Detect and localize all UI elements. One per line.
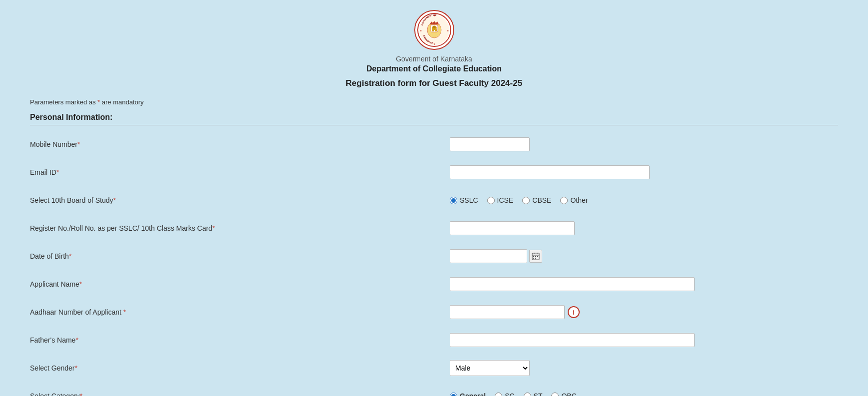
email-input[interactable] <box>450 165 650 179</box>
aadhaar-star: * <box>123 308 126 316</box>
email-row: Email ID* <box>30 163 838 181</box>
rollno-label: Register No./Roll No. as per SSLC/ 10th … <box>30 224 450 232</box>
category-sc-label[interactable]: SC <box>505 392 514 396</box>
category-general-option[interactable]: General <box>450 392 486 396</box>
category-st-radio[interactable] <box>524 393 531 396</box>
category-obc-option[interactable]: OBC <box>551 392 576 396</box>
svg-rect-25 <box>535 258 536 259</box>
category-row: Select Category* General SC ST OBC <box>30 387 838 396</box>
aadhaar-info-icon[interactable]: i <box>568 306 580 318</box>
board-sslc-radio[interactable] <box>450 197 457 204</box>
svg-rect-21 <box>533 256 534 257</box>
applicant-name-input[interactable] <box>450 277 695 291</box>
dept-name-text: Department of Collegiate Education <box>30 64 838 73</box>
board-sslc-option[interactable]: SSLC <box>450 196 478 204</box>
svg-rect-15 <box>436 29 437 31</box>
logo: ★ ★ ★ ★ GOVERMENT OF KARNATAKA <box>414 10 454 50</box>
category-star: * <box>80 392 82 396</box>
dob-input[interactable] <box>450 249 527 263</box>
category-general-radio[interactable] <box>450 393 457 396</box>
applicant-name-star: * <box>79 280 82 288</box>
father-name-row: Father's Name* <box>30 331 838 349</box>
board-star: * <box>113 196 116 204</box>
category-st-option[interactable]: ST <box>524 392 543 396</box>
dob-row: Date of Birth* <box>30 247 838 265</box>
board-cbse-label[interactable]: CBSE <box>532 196 551 204</box>
category-label: Select Category* <box>30 392 450 396</box>
board-radio-group: SSLC ICSE CBSE Other <box>450 196 588 204</box>
svg-point-16 <box>433 26 436 28</box>
svg-rect-14 <box>435 29 436 31</box>
mandatory-note: Parameters marked as * are mandatory <box>30 98 838 106</box>
gender-select[interactable]: Male Female Other <box>450 360 530 376</box>
rollno-star: * <box>212 224 215 232</box>
board-cbse-radio[interactable] <box>522 197 530 204</box>
rollno-input[interactable] <box>450 221 575 235</box>
svg-rect-23 <box>537 256 538 257</box>
father-name-input[interactable] <box>450 333 695 347</box>
aadhaar-input[interactable] <box>450 305 565 319</box>
board-row: Select 10th Board of Study* SSLC ICSE CB… <box>30 191 838 209</box>
board-other-radio[interactable] <box>560 197 568 204</box>
board-icse-label[interactable]: ICSE <box>497 196 514 204</box>
category-obc-radio[interactable] <box>551 393 559 396</box>
father-name-label: Father's Name* <box>30 336 450 344</box>
category-st-label[interactable]: ST <box>534 392 543 396</box>
personal-info-section-title: Personal Information: <box>30 113 838 125</box>
mobile-label: Mobile Number* <box>30 140 450 148</box>
gender-star: * <box>75 364 77 372</box>
gender-row: Select Gender* Male Female Other <box>30 359 838 377</box>
page-header: ★ ★ ★ ★ GOVERMENT OF KARNATAKA <box>30 10 838 88</box>
mobile-input[interactable] <box>450 137 530 151</box>
svg-rect-12 <box>432 29 433 31</box>
svg-rect-22 <box>535 256 536 257</box>
rollno-row: Register No./Roll No. as per SSLC/ 10th … <box>30 219 838 237</box>
applicant-name-row: Applicant Name* <box>30 275 838 293</box>
category-radio-group: General SC ST OBC <box>450 392 577 396</box>
mandatory-star: * <box>97 98 100 106</box>
svg-rect-13 <box>433 29 434 31</box>
board-icse-radio[interactable] <box>487 197 495 204</box>
board-other-label[interactable]: Other <box>570 196 588 204</box>
board-cbse-option[interactable]: CBSE <box>522 196 551 204</box>
category-sc-option[interactable]: SC <box>495 392 514 396</box>
email-star: * <box>56 168 59 176</box>
gender-label: Select Gender* <box>30 364 450 372</box>
mobile-row: Mobile Number* <box>30 135 838 153</box>
govt-name-text: Goverment of Karnataka <box>30 55 838 63</box>
category-general-label[interactable]: General <box>460 392 486 396</box>
father-name-star: * <box>75 336 78 344</box>
svg-rect-24 <box>533 258 534 259</box>
board-other-option[interactable]: Other <box>560 196 588 204</box>
calendar-icon[interactable] <box>529 250 542 263</box>
email-label: Email ID* <box>30 168 450 176</box>
dob-label: Date of Birth* <box>30 252 450 260</box>
category-obc-label[interactable]: OBC <box>561 392 576 396</box>
mobile-star: * <box>77 140 80 148</box>
board-icse-option[interactable]: ICSE <box>487 196 514 204</box>
form-title-text: Registration form for Guest Faculty 2024… <box>30 78 838 88</box>
board-sslc-label[interactable]: SSLC <box>460 196 478 204</box>
applicant-name-label: Applicant Name* <box>30 280 450 288</box>
dob-star: * <box>69 252 71 260</box>
aadhaar-row: Aadhaar Number of Applicant * i <box>30 303 838 321</box>
board-label: Select 10th Board of Study* <box>30 196 450 204</box>
aadhaar-label: Aadhaar Number of Applicant * <box>30 308 450 316</box>
category-sc-radio[interactable] <box>495 393 502 396</box>
